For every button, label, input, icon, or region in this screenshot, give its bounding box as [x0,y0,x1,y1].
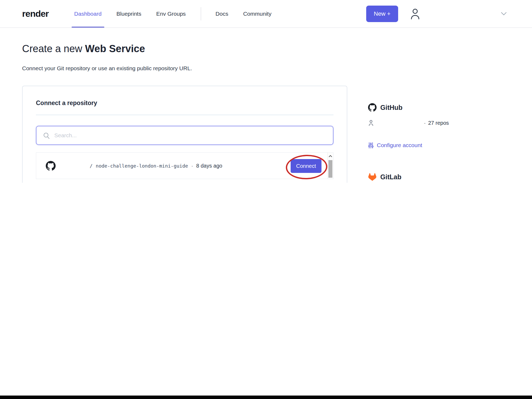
redacted-username [374,122,424,124]
card-divider [36,115,333,115]
meta-separator: · [424,120,426,126]
new-button[interactable]: New + [366,6,398,22]
redacted-owner-name [56,164,90,167]
github-title: GitHub [380,104,402,111]
configure-account-link[interactable]: Configure account [368,142,517,148]
repo-list: / node-challenge-london-mini-guide · 8 d… [36,152,333,179]
connect-button[interactable]: Connect [291,159,321,173]
configure-account-label: Configure account [377,142,422,148]
card-heading: Connect a repository [36,99,333,107]
repo-search-input[interactable] [54,132,333,139]
repo-path-slash: / [90,163,93,169]
repo-separator: · [191,163,193,169]
top-navbar: render Dashboard Blueprints Env Groups D… [0,0,532,28]
page-title: Create a new Web Service [22,43,145,55]
scroll-up-arrow-icon[interactable] [328,153,333,160]
nav-item-env-groups[interactable]: Env Groups [156,0,186,28]
nav-item-community[interactable]: Community [243,0,271,28]
repo-search-box [36,126,333,145]
gitlab-icon [368,173,377,181]
nav-item-dashboard[interactable]: Dashboard [74,0,102,28]
github-icon [46,161,56,171]
user-avatar-icon[interactable] [409,8,420,20]
nav-item-blueprints[interactable]: Blueprints [117,0,141,28]
nav-item-docs[interactable]: Docs [216,0,228,28]
gitlab-section-header: GitLab [368,173,517,181]
render-logo[interactable]: render [22,9,49,19]
github-account-meta: · 27 repos [368,120,517,126]
repo-updated-time: 8 days ago [196,163,222,169]
repo-name: node-challenge-london-mini-guide [96,163,188,169]
sliders-icon [368,142,374,148]
nav-right: New + [366,6,507,22]
bottom-edge-bar [0,396,532,399]
repo-row[interactable]: / node-challenge-london-mini-guide · 8 d… [36,153,333,179]
nav-links: Dashboard Blueprints Env Groups Docs Com… [74,0,286,28]
connect-repository-card: Connect a repository / node-challenge-lo… [22,86,347,183]
github-icon [368,103,377,112]
nav-divider [201,7,201,20]
page-title-prefix: Create a new [22,43,85,54]
page-title-emphasis: Web Service [85,43,145,54]
git-providers-sidebar: GitHub · 27 repos Configure account GitL [368,103,517,181]
github-section-header: GitHub [368,103,517,112]
page-root: render Dashboard Blueprints Env Groups D… [0,0,532,399]
person-icon [368,120,374,126]
search-icon [43,132,50,139]
chevron-down-icon[interactable] [501,12,507,15]
repo-count: 27 repos [428,120,449,126]
repo-list-scrollbar[interactable] [327,153,333,179]
scrollbar-thumb[interactable] [328,160,332,178]
gitlab-title: GitLab [380,173,401,181]
page-subtitle: Connect your Git repository or use an ex… [22,65,192,72]
